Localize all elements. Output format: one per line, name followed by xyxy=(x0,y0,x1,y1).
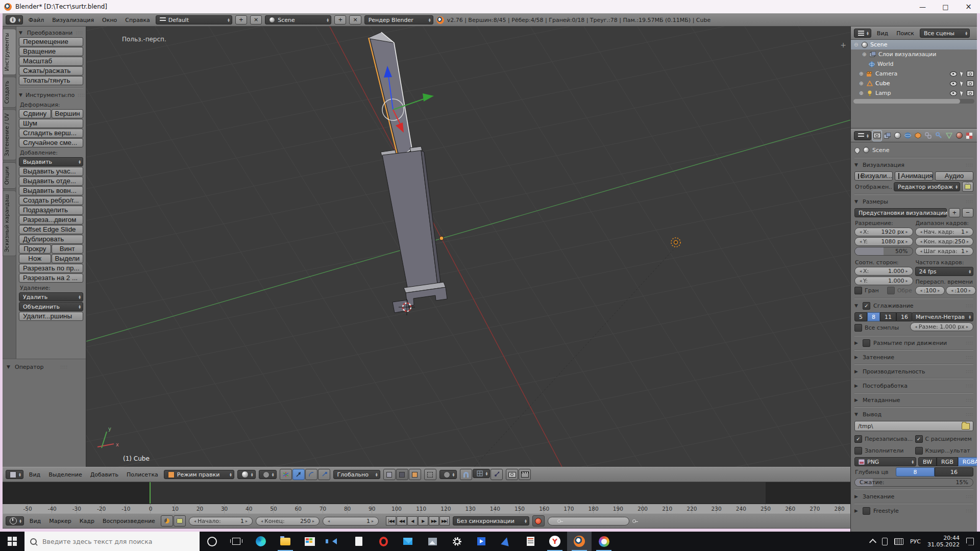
search-input[interactable] xyxy=(41,537,181,546)
remap-new-field[interactable]: :100 xyxy=(946,286,976,295)
placeholders-checkbox[interactable] xyxy=(854,447,862,455)
task-view-button[interactable] xyxy=(224,532,249,551)
delete-dropdown[interactable]: Удалить xyxy=(19,292,83,302)
layout-add-button[interactable]: + xyxy=(235,15,247,24)
outliner-item-lamp[interactable]: ⊕ Lamp xyxy=(851,88,977,98)
layout-delete-button[interactable]: × xyxy=(250,15,262,24)
orientation-selector[interactable]: Глобально xyxy=(333,470,380,479)
timeline-view-menu[interactable]: Вид xyxy=(27,517,43,525)
frame-step-field[interactable]: Шаг кадра:1 xyxy=(915,247,974,256)
play-reverse-button[interactable]: ◀ xyxy=(407,516,418,525)
render-still-button[interactable]: Визуали... xyxy=(854,171,893,181)
section-shading[interactable]: ▶Затенение xyxy=(854,353,973,362)
clock[interactable]: 20:4431.05.2022 xyxy=(927,535,960,548)
rotate-button[interactable]: Вращение xyxy=(19,47,83,56)
outliner-scrollbar[interactable] xyxy=(853,99,974,104)
menu-file[interactable]: Файл xyxy=(26,16,46,24)
scale-button[interactable]: Масштаб xyxy=(19,57,83,66)
color-mode-rgb[interactable]: RGB xyxy=(937,457,958,466)
cortana-button[interactable] xyxy=(200,532,224,551)
extrude-individual-button[interactable]: Выдавить отде... xyxy=(19,177,83,186)
render-engine-selector[interactable]: Рендер Blender xyxy=(364,15,433,24)
outliner-item-scene[interactable]: ⊖ Scene xyxy=(851,40,977,49)
timeline-frame-menu[interactable]: Кадр xyxy=(77,517,97,525)
tab-world[interactable] xyxy=(903,131,912,141)
file-explorer-button[interactable] xyxy=(273,532,298,551)
aspect-y-field[interactable]: Y:1.000 xyxy=(854,277,913,285)
color-mode-bw[interactable]: BW xyxy=(918,457,937,466)
tab-shading-uv[interactable]: Затенение / UV xyxy=(3,109,16,160)
knife-button[interactable]: Нож xyxy=(19,254,51,263)
extrude-dropdown[interactable]: Выдавить xyxy=(19,157,83,166)
pin-icon[interactable] xyxy=(853,146,862,154)
scene-delete-button[interactable]: × xyxy=(349,15,361,24)
editor-type-outliner[interactable] xyxy=(854,29,871,38)
tray-expand-icon[interactable] xyxy=(869,538,876,545)
offset-edge-slide-button[interactable]: Offset Edge Slide xyxy=(19,225,83,234)
aa-samples-5[interactable]: 5 xyxy=(854,312,867,321)
snap-toggle[interactable] xyxy=(460,469,472,480)
auto-keyframe-toggle[interactable] xyxy=(532,515,545,527)
lock-time-toggle[interactable] xyxy=(174,515,186,527)
section-motion-blur[interactable]: ▶Размытие при движении xyxy=(854,338,973,347)
filter-size-field[interactable]: Разме: 1.000 px xyxy=(910,322,974,331)
language-indicator[interactable]: РУС xyxy=(910,538,921,545)
translate-button[interactable]: Перемещение xyxy=(19,37,83,46)
extrude-region-button[interactable]: Выдавить учас... xyxy=(19,167,83,176)
vertex-slide-button[interactable]: Вершин xyxy=(52,109,84,118)
aa-samples-8[interactable]: 8 xyxy=(867,312,880,321)
render-animation-button[interactable]: Анимация xyxy=(895,171,933,181)
cache-result-checkbox[interactable] xyxy=(915,447,923,455)
tab-create[interactable]: Создать xyxy=(3,77,16,108)
editor-type-3dview[interactable] xyxy=(6,470,23,479)
outliner-item-render-layers[interactable]: ⊕ Слои визуализации xyxy=(851,49,977,59)
previous-keyframe-button[interactable]: ◀◀ xyxy=(397,516,407,525)
tab-texture[interactable] xyxy=(965,131,974,141)
section-render[interactable]: ▼Визуализация xyxy=(854,160,973,169)
border-checkbox[interactable] xyxy=(854,287,862,294)
edge-select-toggle[interactable] xyxy=(396,469,408,480)
selectability-toggle[interactable] xyxy=(960,71,964,77)
settings-button[interactable] xyxy=(445,532,469,551)
section-operator[interactable]: ▼Оператор xyxy=(7,362,68,371)
tab-scene[interactable] xyxy=(893,131,902,141)
section-bake[interactable]: ▶Запекание xyxy=(854,492,973,501)
outliner-view-menu[interactable]: Вид xyxy=(874,30,891,37)
remap-old-field[interactable]: :100 xyxy=(915,286,945,295)
render-audio-button[interactable]: Аудио xyxy=(935,171,973,181)
frame-start-field[interactable]: Начало:1 xyxy=(189,517,253,525)
selectability-toggle[interactable] xyxy=(960,81,964,86)
renderability-toggle[interactable] xyxy=(967,81,974,86)
current-frame-field[interactable]: 1 xyxy=(323,517,379,525)
frame-end-field[interactable]: Кон. кадр:250 xyxy=(915,237,974,246)
close-button[interactable]: × xyxy=(957,0,980,13)
smooth-vertex-button[interactable]: Сгладить верш... xyxy=(19,129,83,138)
screen-layout-selector[interactable]: Default xyxy=(156,15,232,24)
taskbar-search[interactable] xyxy=(24,532,200,551)
opengl-render-button[interactable] xyxy=(506,469,518,480)
output-path-field[interactable]: /tmp\ xyxy=(854,421,973,431)
renderability-toggle[interactable] xyxy=(967,71,974,77)
tab-constraints[interactable] xyxy=(924,131,933,141)
tab-modifiers[interactable] xyxy=(935,131,943,141)
remove-doubles-button[interactable]: Удалит...ршины xyxy=(19,312,83,321)
section-post-processing[interactable]: ▶Постобработка xyxy=(854,381,973,390)
visibility-toggle[interactable] xyxy=(950,81,957,86)
editor-type-properties[interactable] xyxy=(854,131,871,140)
fps-selector[interactable]: 24 fps xyxy=(915,267,974,276)
outliner-item-world[interactable]: World xyxy=(851,59,977,69)
notepad-button[interactable] xyxy=(347,532,371,551)
timeline-band[interactable] xyxy=(3,482,850,504)
current-frame-indicator[interactable] xyxy=(150,482,151,504)
lock-interface-toggle[interactable] xyxy=(962,182,973,192)
play-button[interactable]: ▶ xyxy=(418,516,428,525)
outliner-search-menu[interactable]: Поиск xyxy=(894,30,917,37)
file-format-selector[interactable]: PNG xyxy=(854,457,916,466)
view-menu[interactable]: Вид xyxy=(27,471,43,479)
resolution-percentage-slider[interactable]: 50% xyxy=(854,247,913,256)
scale-manipulator-toggle[interactable] xyxy=(318,469,330,480)
maximize-button[interactable]: □ xyxy=(934,0,957,13)
movies-app-button[interactable] xyxy=(469,532,494,551)
photos-button[interactable] xyxy=(420,532,445,551)
preset-remove-button[interactable]: − xyxy=(962,208,973,217)
